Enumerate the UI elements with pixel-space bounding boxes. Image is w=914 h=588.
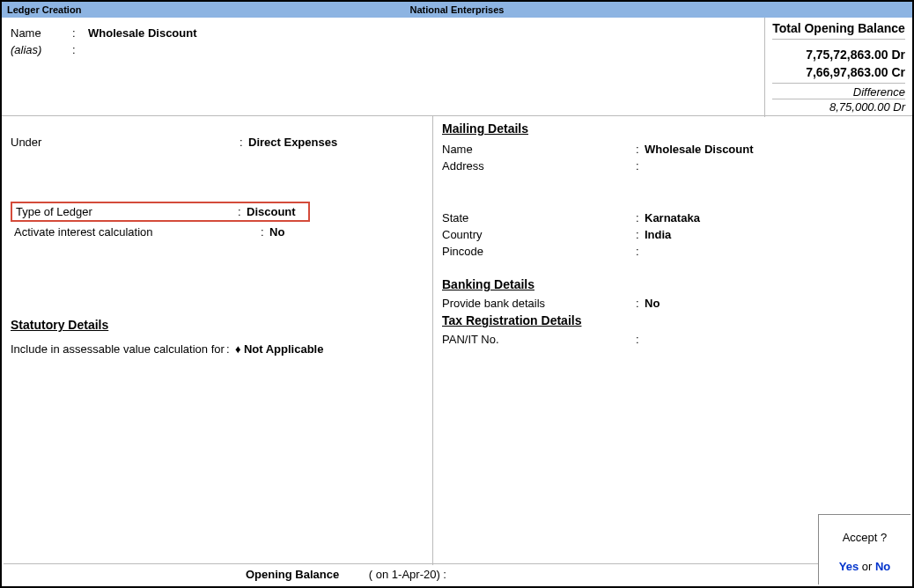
mailing-name-label: Name <box>442 143 636 156</box>
opening-balance-summary: Total Opening Balance 7,75,72,863.00 Dr … <box>764 18 912 117</box>
title-center: National Enterprises <box>2 2 912 18</box>
colon: : <box>72 43 88 56</box>
balance-diff-label: Difference <box>772 83 905 99</box>
name-block: Name : Wholesale Discount (alias) : <box>11 26 197 60</box>
state-row: State : Karnataka <box>442 211 903 224</box>
address-label: Address <box>442 159 636 173</box>
country-label: Country <box>442 228 636 241</box>
interest-value[interactable]: No <box>269 225 284 239</box>
colon: : <box>72 26 88 40</box>
state-value[interactable]: Karnataka <box>645 211 700 224</box>
under-label: Under <box>11 136 240 149</box>
name-label: Name <box>11 26 72 40</box>
pincode-row: Pincode : <box>442 245 903 258</box>
balance-title: Total Opening Balance <box>772 21 905 40</box>
pan-label: PAN/IT No. <box>442 333 636 346</box>
right-pane: Mailing Details Name : Wholesale Discoun… <box>433 116 912 565</box>
include-assessable-row: Include in assessable value calculation … <box>11 342 424 356</box>
banking-header: Banking Details <box>442 277 903 291</box>
balance-dr: 7,75,72,863.00 Dr <box>772 47 905 64</box>
balance-diff-value: 8,75,000.00 Dr <box>772 99 905 114</box>
bank-label: Provide bank details <box>442 297 636 310</box>
address-row: Address : <box>442 159 903 173</box>
bank-row: Provide bank details : No <box>442 297 903 310</box>
interest-label: Activate interest calculation <box>14 225 261 239</box>
under-field-row: Under : Direct Expenses <box>11 136 424 149</box>
country-row: Country : India <box>442 228 903 241</box>
tax-header: Tax Registration Details <box>442 313 903 327</box>
mailing-header: Mailing Details <box>442 121 903 136</box>
main-area: Under : Direct Expenses Type of Ledger :… <box>2 116 912 565</box>
type-of-ledger-value[interactable]: Discount <box>247 205 296 218</box>
title-bar: Ledger Creation National Enterprises <box>2 2 912 18</box>
under-value[interactable]: Direct Expenses <box>248 136 337 149</box>
accept-no-button[interactable]: No <box>875 560 890 573</box>
opening-balance-label: Opening Balance <box>246 568 339 581</box>
mailing-name-value[interactable]: Wholesale Discount <box>645 143 754 156</box>
header-area: Name : Wholesale Discount (alias) : Tota… <box>2 18 912 116</box>
accept-dialog: Accept ? Yes or No <box>818 514 910 584</box>
accept-or: or <box>859 560 875 573</box>
accept-yes-button[interactable]: Yes <box>839 560 859 573</box>
state-label: State <box>442 211 636 224</box>
accept-question: Accept ? <box>819 531 910 544</box>
ledger-name-field[interactable]: Wholesale Discount <box>88 26 197 40</box>
left-pane: Under : Direct Expenses Type of Ledger :… <box>2 116 433 565</box>
pincode-label: Pincode <box>442 245 636 258</box>
mailing-name-row: Name : Wholesale Discount <box>442 143 903 156</box>
balance-cr: 7,66,97,863.00 Cr <box>772 64 905 82</box>
type-of-ledger-highlight: Type of Ledger : Discount <box>11 202 310 222</box>
statutory-header: Statutory Details <box>11 318 424 332</box>
opening-balance-date: ( on 1-Apr-20) : <box>369 568 446 581</box>
alias-label: (alias) <box>11 43 72 56</box>
type-of-ledger-label: Type of Ledger <box>16 205 238 218</box>
diamond-icon: ♦ <box>235 342 244 356</box>
footer-bar: Opening Balance ( on 1-Apr-20) : <box>4 563 910 584</box>
country-value[interactable]: India <box>645 228 671 241</box>
bank-value[interactable]: No <box>645 297 660 310</box>
include-assessable-label: Include in assessable value calculation … <box>11 342 226 356</box>
interest-row: Activate interest calculation : No <box>14 225 424 239</box>
pan-row: PAN/IT No. : <box>442 333 903 346</box>
title-left: Ledger Creation <box>7 2 81 18</box>
include-assessable-value[interactable]: ♦ Not Applicable <box>235 342 323 356</box>
